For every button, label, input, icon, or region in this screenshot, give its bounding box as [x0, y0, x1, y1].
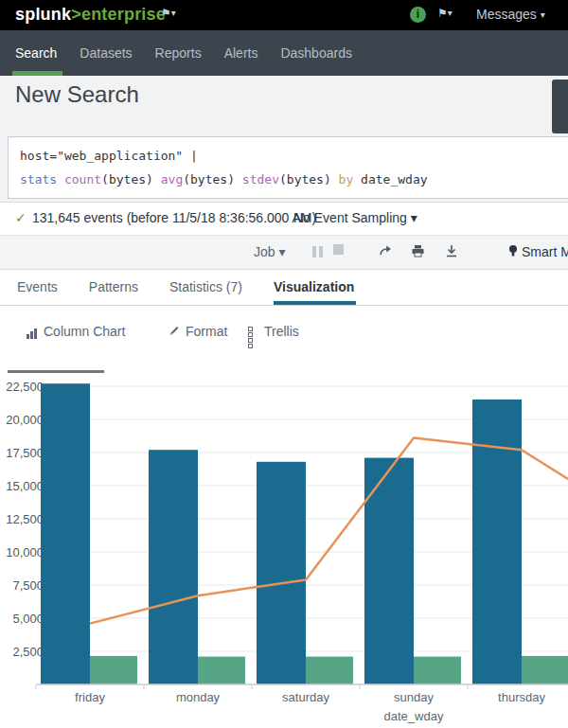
- y-axis-tick-label: 10,000: [6, 545, 44, 559]
- search-query-input[interactable]: host="web_application" | stats count(byt…: [8, 136, 568, 199]
- y-axis-tick-label: 2,500: [12, 645, 44, 659]
- x-axis-category-label: sunday: [394, 690, 434, 704]
- stop-icon[interactable]: [333, 244, 344, 255]
- logo-splunk-text: splunk: [15, 5, 71, 24]
- pencil-icon: [168, 324, 180, 339]
- smart-mode-bulb-icon: [507, 244, 519, 262]
- x-axis-category-label: thursday: [498, 690, 545, 704]
- top-app-bar: splunk>enterprise ⚑▾ i ⚑▾ Messages ▾: [0, 0, 568, 30]
- check-icon: ✓: [15, 210, 27, 225]
- y-axis-tick-label: 20,000: [6, 413, 44, 427]
- column-stdev(bytes)-friday[interactable]: [90, 656, 137, 684]
- query-line-2: stats count(bytes) avg(bytes) stdev(byte…: [20, 168, 563, 191]
- format-button[interactable]: Format: [168, 324, 227, 339]
- y-axis-tick-label: 7,500: [12, 578, 44, 593]
- download-icon[interactable]: [445, 244, 458, 261]
- x-axis-category-label: friday: [75, 690, 105, 704]
- results-tabs-bar: Events Patterns Statistics (7) Visualiza…: [0, 270, 568, 306]
- truncated-dark-control[interactable]: [552, 80, 568, 133]
- nav-item-dashboards[interactable]: Dashboards: [280, 30, 352, 76]
- logo-enterprise-text: >enterprise: [71, 5, 166, 24]
- page-title: New Search: [15, 81, 139, 108]
- event-sampling-menu[interactable]: No Event Sampling ▾: [293, 210, 417, 225]
- tab-patterns[interactable]: Patterns: [89, 270, 138, 305]
- trellis-button[interactable]: Trellis: [248, 324, 299, 339]
- nav-item-datasets[interactable]: Datasets: [80, 30, 132, 76]
- nav-item-reports[interactable]: Reports: [155, 30, 202, 76]
- pause-icon[interactable]: [312, 244, 326, 261]
- column-stdev(bytes)-sunday[interactable]: [414, 657, 461, 684]
- x-axis-category-label: monday: [176, 690, 221, 704]
- x-axis-category-label: saturday: [282, 690, 329, 704]
- job-controls-bar: Job ▾ Smart Mode: [0, 235, 568, 270]
- viz-controls-bar: Column Chart Format Trellis: [0, 306, 568, 364]
- share-icon[interactable]: [379, 244, 393, 261]
- column-stdev(bytes)-saturday[interactable]: [306, 657, 353, 684]
- column-count(bytes)-friday[interactable]: [41, 383, 90, 684]
- search-status-bar: ✓ 131,645 events (before 11/5/18 8:36:56…: [0, 203, 568, 235]
- search-header-section: New Search host="web_application" | stat…: [0, 76, 568, 203]
- nav-item-search[interactable]: Search: [15, 30, 57, 76]
- trellis-grid-icon: [248, 327, 258, 337]
- query-line-1: host="web_application" |: [20, 144, 563, 168]
- tab-visualization[interactable]: Visualization: [274, 270, 354, 305]
- job-menu[interactable]: Job ▾: [254, 244, 286, 259]
- column-chart-icon: [27, 324, 38, 339]
- splunk-logo[interactable]: splunk>enterprise: [15, 5, 166, 25]
- print-icon[interactable]: [411, 244, 425, 261]
- messages-menu[interactable]: Messages ▾: [476, 7, 545, 22]
- y-axis-tick-label: 12,500: [6, 512, 44, 526]
- column-stdev(bytes)-thursday[interactable]: [522, 656, 568, 684]
- activity-flag-icon[interactable]: ⚑▾: [161, 7, 176, 20]
- visualization-panel: 2,5005,0007,50010,00012,50015,00017,5002…: [0, 364, 568, 728]
- events-count-text: 131,645 events (before 11/5/18 8:36:56.0…: [32, 210, 316, 225]
- column-stdev(bytes)-monday[interactable]: [198, 657, 245, 684]
- activity-flag-icon-right[interactable]: ⚑▾: [437, 7, 453, 20]
- column-count(bytes)-saturday[interactable]: [257, 462, 306, 684]
- x-axis-title: date_wday: [384, 709, 444, 723]
- info-icon[interactable]: i: [410, 7, 426, 23]
- y-axis-tick-label: 17,500: [6, 446, 44, 460]
- y-axis-tick-label: 5,000: [12, 612, 44, 626]
- tab-events[interactable]: Events: [17, 270, 58, 305]
- tab-statistics[interactable]: Statistics (7): [169, 270, 242, 305]
- chart-type-button[interactable]: Column Chart: [27, 324, 125, 339]
- column-count(bytes)-thursday[interactable]: [472, 400, 522, 684]
- column-count(bytes)-monday[interactable]: [149, 450, 198, 684]
- smart-mode-button[interactable]: Smart Mode: [522, 244, 568, 259]
- y-axis-tick-label: 15,000: [6, 479, 44, 493]
- splunk-search-page: splunk>enterprise ⚑▾ i ⚑▾ Messages ▾ Sea…: [0, 0, 568, 728]
- app-nav-bar: Search Datasets Reports Alerts Dashboard…: [0, 30, 568, 76]
- active-tab-underline: [274, 301, 356, 305]
- column-chart[interactable]: 2,5005,0007,50010,00012,50015,00017,5002…: [0, 372, 568, 728]
- y-axis-tick-label: 22,500: [6, 380, 44, 394]
- nav-item-alerts[interactable]: Alerts: [224, 30, 258, 76]
